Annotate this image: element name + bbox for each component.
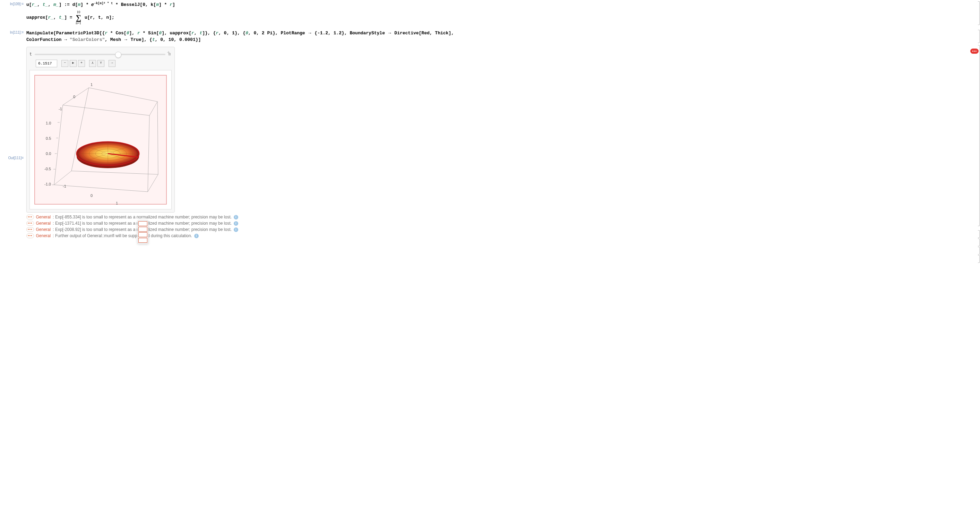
in-label-111: In[111]:= [3, 30, 26, 34]
step-forward-button[interactable]: + [78, 60, 85, 67]
message-row: •••General: Further output of General::m… [26, 233, 977, 238]
message-menu-icon[interactable]: ••• [26, 221, 34, 226]
manipulate-panel[interactable]: ＋ t ▤ 6.1517 − ▶ + ⋏ ⋎ → [26, 47, 175, 213]
exponent: -k[m]² * t [94, 2, 113, 5]
cell-bracket[interactable] [978, 45, 980, 226]
plus-icon[interactable]: ＋ [166, 50, 171, 55]
code-line[interactable]: u[r_, t_, m_] := d[m] * ℯ-k[m]² * t * Be… [26, 2, 977, 8]
svg-text:-1: -1 [59, 107, 62, 111]
swatch[interactable] [138, 221, 147, 226]
slider-thumb[interactable] [115, 52, 121, 58]
cell-bracket[interactable] [978, 2, 980, 25]
info-icon[interactable]: i [234, 221, 238, 226]
svg-text:-1: -1 [63, 184, 66, 188]
sum-icon: 10 ∑ n=1 [76, 10, 81, 25]
cell-brackets[interactable] [977, 0, 980, 247]
message-tag: General [36, 215, 51, 220]
svg-text:-0.5: -0.5 [45, 167, 51, 171]
messages-block: •••General: Exp[-855.334] is too small t… [3, 215, 977, 238]
svg-text:1.0: 1.0 [46, 121, 51, 125]
slider-value-input[interactable]: 6.1517 [36, 60, 57, 68]
swatch[interactable] [138, 238, 147, 243]
message-text: : Exp[-855.334] is too small to represen… [53, 215, 232, 220]
svg-text:1: 1 [116, 201, 118, 205]
message-menu-icon[interactable]: ••• [26, 233, 34, 238]
in-label-109: In[109]:= [3, 2, 26, 6]
cell-bracket[interactable] [978, 239, 980, 246]
input-cell-109: In[109]:= u[r_, t_, m_] := d[m] * ℯ-k[m]… [3, 2, 977, 25]
slider-track[interactable] [35, 54, 165, 55]
info-icon[interactable]: i [194, 234, 199, 238]
swatch[interactable] [138, 232, 147, 237]
message-row: •••General: Exp[-1371.41] is too small t… [26, 221, 977, 226]
in-content-109[interactable]: u[r_, t_, m_] := d[m] * ℯ-k[m]² * t * Be… [26, 2, 977, 25]
animator-controls: 6.1517 − ▶ + ⋏ ⋎ → [36, 60, 172, 68]
message-row: •••General: Exp[-2008.92] is too small t… [26, 227, 977, 232]
message-tag: General [36, 233, 51, 238]
cell-bracket[interactable] [978, 230, 980, 238]
swatch[interactable] [138, 227, 147, 232]
slower-button[interactable]: ⋎ [97, 60, 104, 67]
info-icon[interactable]: i [234, 227, 238, 232]
color-swatches-tooltip[interactable] [137, 220, 148, 244]
message-text: : Further output of General::munfl will … [53, 233, 192, 238]
in-content-111[interactable]: Manipulate[ParametricPlot3D[{r * Cos[θ],… [26, 30, 977, 43]
svg-text:0: 0 [73, 95, 75, 99]
step-back-button[interactable]: − [61, 60, 68, 67]
svg-text:0: 0 [91, 194, 92, 198]
message-menu-icon[interactable]: ••• [26, 227, 34, 232]
info-icon[interactable]: i [234, 215, 238, 220]
svg-text:0.0: 0.0 [46, 151, 51, 156]
faster-button[interactable]: ⋏ [89, 60, 96, 67]
direction-button[interactable]: → [108, 60, 116, 67]
slider-row: t ▤ [29, 51, 172, 57]
plot3d-output[interactable]: 1 0 -1 1.0 0.5 0.0 -0.5 -1.0 -1 0 1 [29, 70, 172, 210]
svg-text:1: 1 [91, 83, 92, 87]
svg-text:0.5: 0.5 [46, 136, 51, 140]
code-line[interactable]: Manipulate[ParametricPlot3D[{r * Cos[θ],… [26, 30, 977, 37]
cell-bracket[interactable] [978, 30, 980, 43]
out-label-111: Out[111]= [3, 155, 26, 160]
message-tag: General [36, 227, 51, 232]
input-cell-111: In[111]:= Manipulate[ParametricPlot3D[{r… [3, 30, 977, 43]
svg-text:-1.0: -1.0 [45, 182, 51, 186]
output-cell-111: Out[111]= ＋ t ▤ 6.1517 − ▶ + ⋏ ⋎ → [3, 47, 977, 213]
message-row: •••General: Exp[-855.334] is too small t… [26, 215, 977, 220]
message-menu-icon[interactable]: ••• [26, 215, 34, 220]
code-line[interactable]: uapprox[r_, t_] = 10 ∑ n=1 u[r, t, n]; [26, 10, 977, 25]
plot3d-svg: 1 0 -1 1.0 0.5 0.0 -0.5 -1.0 -1 0 1 [30, 70, 171, 209]
code-line[interactable]: ColorFunction → "SolarColors", Mesh → Tr… [26, 37, 977, 43]
message-tag: General [36, 221, 51, 226]
play-button[interactable]: ▶ [70, 60, 76, 67]
slider-label: t [29, 51, 32, 57]
